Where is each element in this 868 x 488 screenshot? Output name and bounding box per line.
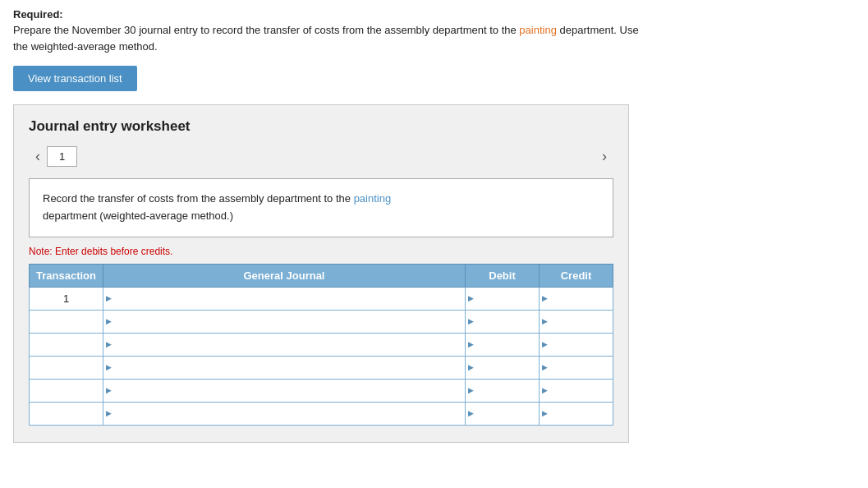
general-journal-cell[interactable]	[103, 287, 466, 310]
general-journal-input[interactable]	[108, 407, 460, 420]
tab-number: 1	[47, 146, 77, 167]
col-transaction: Transaction	[30, 264, 103, 287]
debit-input[interactable]	[471, 315, 534, 328]
description-box: Record the transfer of costs from the as…	[29, 178, 613, 237]
debit-input[interactable]	[471, 384, 534, 397]
credit-cell[interactable]	[540, 287, 613, 310]
general-journal-cell[interactable]	[103, 333, 466, 356]
transaction-cell	[30, 356, 103, 379]
general-journal-cell[interactable]	[103, 402, 466, 425]
debit-input[interactable]	[471, 407, 534, 420]
debit-input[interactable]	[471, 292, 534, 305]
debit-input[interactable]	[471, 361, 534, 374]
view-transaction-list-button[interactable]: View transaction list	[13, 66, 137, 91]
journal-entry-worksheet: Journal entry worksheet ‹ 1 › Record the…	[13, 104, 629, 443]
credit-cell[interactable]	[540, 356, 613, 379]
required-text: Prepare the November 30 journal entry to…	[13, 22, 855, 54]
description-text-part2: department (weighted-average method.)	[43, 209, 233, 222]
description-painting-highlight: painting	[354, 192, 392, 205]
required-text-part1: Prepare the November 30 journal entry to…	[13, 24, 519, 36]
debit-cell[interactable]	[466, 402, 540, 425]
col-general-journal: General Journal	[103, 264, 466, 287]
debit-cell[interactable]	[466, 356, 540, 379]
required-text-part2: department. Use	[557, 24, 639, 36]
table-row: 1	[30, 287, 613, 310]
transaction-cell	[30, 333, 103, 356]
table-row	[30, 379, 613, 402]
table-row	[30, 356, 613, 379]
transaction-cell	[30, 310, 103, 333]
required-text-part3: the weighted-average method.	[13, 40, 158, 53]
required-section: Required: Prepare the November 30 journa…	[13, 8, 855, 54]
table-row	[30, 402, 613, 425]
table-row	[30, 310, 613, 333]
table-header-row: Transaction General Journal Debit Credit	[30, 264, 613, 287]
next-arrow-button[interactable]: ›	[595, 146, 613, 167]
debit-cell[interactable]	[466, 310, 540, 333]
col-credit: Credit	[540, 264, 613, 287]
general-journal-cell[interactable]	[103, 379, 466, 402]
required-label: Required:	[13, 8, 855, 21]
credit-input[interactable]	[544, 407, 608, 420]
painting-text: painting	[519, 24, 557, 36]
credit-cell[interactable]	[540, 333, 613, 356]
credit-cell[interactable]	[540, 379, 613, 402]
credit-cell[interactable]	[540, 402, 613, 425]
col-debit: Debit	[466, 264, 540, 287]
journal-table: Transaction General Journal Debit Credit…	[29, 264, 613, 426]
debit-cell[interactable]	[466, 379, 540, 402]
general-journal-input[interactable]	[108, 315, 460, 328]
transaction-cell: 1	[30, 287, 103, 310]
credit-input[interactable]	[544, 292, 608, 305]
transaction-cell	[30, 402, 103, 425]
debit-input[interactable]	[471, 338, 534, 351]
general-journal-cell[interactable]	[103, 310, 466, 333]
worksheet-title: Journal entry worksheet	[29, 118, 613, 135]
note-text: Note: Enter debits before credits.	[29, 246, 613, 257]
transaction-cell	[30, 379, 103, 402]
general-journal-input[interactable]	[108, 338, 460, 351]
prev-arrow-button[interactable]: ‹	[29, 146, 47, 167]
general-journal-input[interactable]	[108, 292, 460, 305]
credit-cell[interactable]	[540, 310, 613, 333]
credit-input[interactable]	[544, 338, 608, 351]
table-row	[30, 333, 613, 356]
general-journal-input[interactable]	[108, 384, 460, 397]
general-journal-input[interactable]	[108, 361, 460, 374]
general-journal-cell[interactable]	[103, 356, 466, 379]
debit-cell[interactable]	[466, 287, 540, 310]
description-text-part1: Record the transfer of costs from the as…	[43, 192, 354, 205]
debit-cell[interactable]	[466, 333, 540, 356]
credit-input[interactable]	[544, 384, 608, 397]
credit-input[interactable]	[544, 361, 608, 374]
credit-input[interactable]	[544, 315, 608, 328]
nav-row: ‹ 1 ›	[29, 146, 613, 167]
